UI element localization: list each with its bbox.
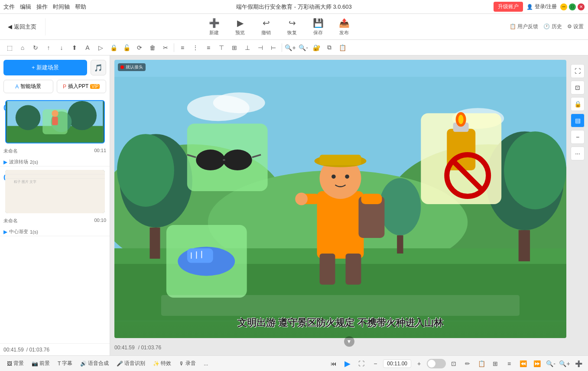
zoom-in-tool[interactable]: 🔍+ <box>284 42 296 54</box>
filter-btn[interactable]: ⊞ <box>489 358 501 370</box>
svg-point-35 <box>331 175 336 179</box>
ppt-icon: P <box>63 84 66 90</box>
edit-btn[interactable]: ✏ <box>461 358 474 370</box>
up-alt-tool[interactable]: ⬆ <box>68 42 81 54</box>
redo-button[interactable]: ↪ 恢复 <box>283 18 301 36</box>
settings-button[interactable]: ⚙ 设置 <box>567 23 584 30</box>
align-bottom-tool[interactable]: ⊥ <box>241 42 253 54</box>
distribute-h-tool[interactable]: ⊣ <box>254 42 266 54</box>
panel-buttons: + 新建场景 🎵 <box>0 55 110 80</box>
back-icon: ◀ <box>8 23 12 30</box>
menu-help[interactable]: 帮助 <box>75 3 86 11</box>
upgrade-button[interactable]: 升级账户 <box>494 2 523 12</box>
forward-tool[interactable]: ▷ <box>94 42 107 54</box>
menu-operate[interactable]: 操作 <box>36 3 48 11</box>
bg-button[interactable]: 🖼 背景 <box>3 358 27 368</box>
smart-scene-button[interactable]: A 智能场景 <box>3 80 53 93</box>
prev-frame-btn[interactable]: ⏪ <box>517 358 529 370</box>
undo-button[interactable]: ↩ 撤销 <box>257 18 275 36</box>
new-icon: ➕ <box>209 18 220 28</box>
align-center-tool[interactable]: ⋮ <box>189 42 201 54</box>
voice-synth-button[interactable]: 🔊 语音合成 <box>77 358 112 368</box>
zoom-plus-btn[interactable]: 🔍+ <box>559 358 571 370</box>
toggle-knob <box>428 360 435 368</box>
lock-icon[interactable]: 🔒 <box>571 97 585 111</box>
music-button[interactable]: 🎵 <box>91 60 106 75</box>
minus-icon[interactable]: − <box>571 130 585 144</box>
copy-tool[interactable]: ⧉ <box>323 42 335 54</box>
canvas-container[interactable]: 就认接头 文明出游 遵守景区防火规定 不携带火种进入山林 <box>114 60 566 338</box>
lock-tool[interactable]: 🔒 <box>107 42 120 54</box>
select-tool[interactable]: ⬚ <box>3 42 16 54</box>
align-right-tool[interactable]: ≡ <box>202 42 214 54</box>
fullscreen-icon[interactable]: ⛶ <box>571 64 585 78</box>
save-button[interactable]: 💾 保存 <box>309 18 327 36</box>
menu-timeline[interactable]: 时间轴 <box>53 3 70 11</box>
align-top-tool[interactable]: ⊤ <box>215 42 227 54</box>
down-tool[interactable]: ↓ <box>55 42 68 54</box>
record-button[interactable]: 🎙 录音 <box>175 358 199 368</box>
add-track-btn[interactable]: ➕ <box>572 358 585 370</box>
effect-button[interactable]: ✨ 特效 <box>149 358 175 368</box>
loop-toggle[interactable] <box>427 359 446 368</box>
home-tool[interactable]: ⌂ <box>16 42 29 54</box>
lock2-tool[interactable]: 🔐 <box>310 42 322 54</box>
next-frame-btn[interactable]: ⏩ <box>531 358 543 370</box>
align-left-tool[interactable]: ≡ <box>176 42 188 54</box>
menu-edit[interactable]: 编辑 <box>20 3 31 11</box>
minus-time-btn[interactable]: − <box>369 358 381 370</box>
maximize-button[interactable]: □ <box>569 3 576 10</box>
scene-transition-06[interactable]: ▶ 中心渐变 1(s) <box>0 228 110 236</box>
fit-screen-icon[interactable]: ⊡ <box>571 81 585 94</box>
paste-tool[interactable]: 📋 <box>336 42 348 54</box>
text-button[interactable]: T 字幕 <box>54 358 76 368</box>
new-button[interactable]: ➕ 新建 <box>205 18 223 36</box>
repeat-tool[interactable]: ⟳ <box>133 42 146 54</box>
rotate-tool[interactable]: ↻ <box>29 42 42 54</box>
layer-icon[interactable]: ▤ <box>571 114 585 127</box>
scene-transition-05[interactable]: ▶ 波浪转场 2(s) <box>0 158 110 166</box>
fit-btn[interactable]: ⊡ <box>448 358 460 370</box>
align-btn[interactable]: ≡ <box>503 358 515 370</box>
history-play-btn[interactable]: ⏮ <box>328 358 340 370</box>
back-home-button[interactable]: ◀ 返回主页 <box>4 21 40 33</box>
fullscreen-play-btn[interactable]: ⛶ <box>355 358 367 370</box>
plus-time-btn[interactable]: + <box>413 358 425 370</box>
text-size-tool[interactable]: A <box>81 42 94 54</box>
scroll-down-indicator[interactable]: ▼ <box>344 336 354 347</box>
undo-icon: ↩ <box>263 18 270 28</box>
up-tool[interactable]: ↑ <box>42 42 55 54</box>
distribute-v-tool[interactable]: ⊢ <box>267 42 279 54</box>
history-button[interactable]: 🕐 历史 <box>543 23 562 30</box>
publish-button[interactable]: 📤 发布 <box>335 18 353 36</box>
vip-badge: VIP <box>90 84 100 89</box>
svg-point-3 <box>67 101 96 130</box>
prev-button[interactable]: 📷 前景 <box>28 358 53 368</box>
preview-button[interactable]: ▶ 预览 <box>231 18 249 36</box>
menu-file[interactable]: 文件 <box>3 3 15 11</box>
login-button[interactable]: 👤 登录/注册 <box>526 3 557 10</box>
new-scene-button[interactable]: + 新建场景 <box>3 60 87 75</box>
voice-recognize-button[interactable]: 🎤 语音识别 <box>113 358 149 368</box>
play-btn[interactable]: ▶ <box>341 358 354 370</box>
scene-item-06[interactable]: 06 粽子 图片 文字 未命名 00:10 <box>0 170 110 236</box>
unlock-tool[interactable]: 🔓 <box>120 42 133 54</box>
minimize-button[interactable]: ─ <box>560 3 567 10</box>
zoom-minus-btn[interactable]: 🔍- <box>545 358 557 370</box>
time-value-display[interactable]: 00:11.00 <box>383 359 411 368</box>
more-icon[interactable]: ··· <box>571 146 585 160</box>
delete-tool[interactable]: 🗑 <box>146 42 159 54</box>
close-button[interactable]: ✕ <box>578 3 585 10</box>
align-middle-tool[interactable]: ⊞ <box>228 42 240 54</box>
crop-tool[interactable]: ✂ <box>159 42 172 54</box>
more-media-button[interactable]: ... <box>200 359 211 368</box>
svg-rect-25 <box>150 228 160 259</box>
svg-point-42 <box>295 193 308 205</box>
time-current: 00:41.59 <box>114 345 135 351</box>
paste-btn[interactable]: 📋 <box>475 358 487 370</box>
svg-text:粽子 图片 文字: 粽子 图片 文字 <box>14 180 36 184</box>
scene-item-05[interactable]: 05 <box>0 100 110 166</box>
insert-ppt-button[interactable]: P 插入PPT VIP <box>57 80 107 93</box>
feedback-button[interactable]: 📋 用户反馈 <box>510 23 538 30</box>
zoom-out-tool[interactable]: 🔍- <box>297 42 309 54</box>
